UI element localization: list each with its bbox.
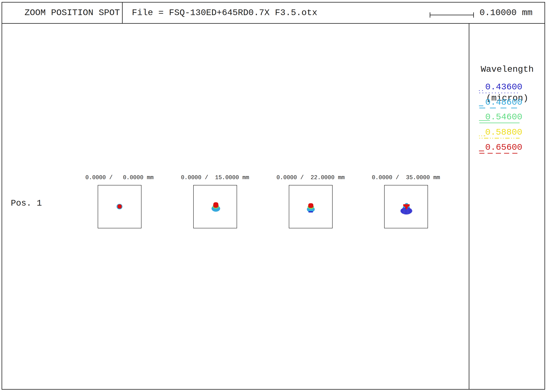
spot-box-1 xyxy=(193,185,237,228)
spot-diagram-canvas: ZOOM POSITION SPOT File = FSQ-130ED+645R… xyxy=(0,0,549,392)
scale-bar-label: 0.10000 mm xyxy=(480,8,533,18)
field-label-0: 0.0000 / 0.0000 mm xyxy=(84,175,155,181)
legend-title-line1: Wavelength xyxy=(469,65,545,74)
legend-entry-2: 0.54600 xyxy=(485,113,522,122)
spot-box-2 xyxy=(289,185,332,228)
scale-bar-left-tick xyxy=(430,12,430,18)
legend-entry-0: 0.43600 xyxy=(485,83,522,92)
field-label-3: 0.0000 / 35.0000 mm xyxy=(371,175,441,181)
legend-entry-3: 0.58800 xyxy=(485,128,522,137)
field-label-2: 0.0000 / 22.0000 mm xyxy=(275,175,346,181)
title-bar-separator xyxy=(1,23,545,24)
field-label-1: 0.0000 / 15.0000 mm xyxy=(180,175,250,181)
spot-box-3 xyxy=(384,185,428,228)
spot-box-0 xyxy=(98,185,141,228)
outer-frame xyxy=(1,2,545,390)
title-column-divider xyxy=(122,2,123,24)
scale-bar-line xyxy=(430,15,474,15)
position-label: Pos. 1 xyxy=(11,199,42,208)
file-label: File = FSQ-130ED+645RD0.7X F3.5.otx xyxy=(132,8,317,18)
legend-entry-1: 0.48600 xyxy=(485,98,522,107)
legend-entry-4: 0.65600 xyxy=(485,143,522,152)
scale-bar-right-tick xyxy=(473,12,474,18)
page-title: ZOOM POSITION SPOT xyxy=(25,8,120,18)
